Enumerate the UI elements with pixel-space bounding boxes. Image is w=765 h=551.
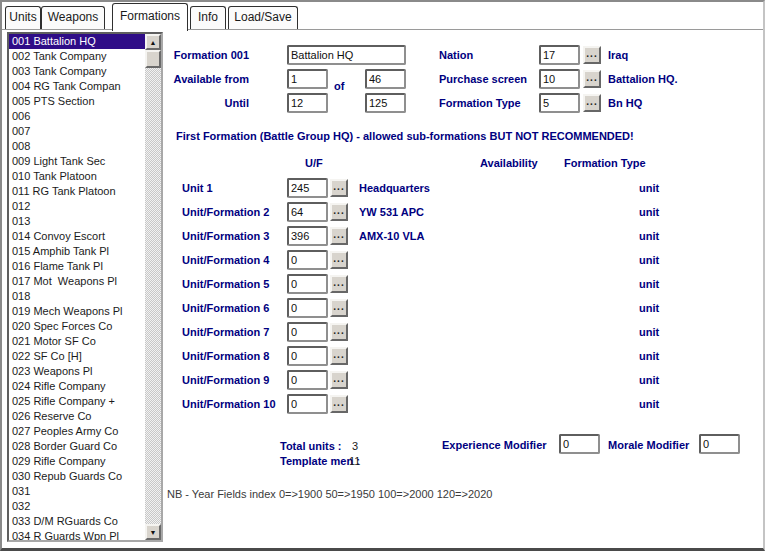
morale-modifier-input[interactable]: [699, 434, 740, 454]
unit-browse-button[interactable]: ...: [330, 203, 348, 221]
unit-browse-button[interactable]: ...: [330, 227, 348, 245]
experience-modifier-label: Experience Modifier: [442, 439, 547, 451]
tab-units[interactable]: Units: [5, 6, 41, 29]
tab-formations[interactable]: Formations: [112, 3, 188, 31]
unit-browse-button[interactable]: ...: [330, 347, 348, 365]
unit-value-input[interactable]: [287, 346, 328, 366]
unit-row: Unit/Formation 4...unit: [2, 250, 765, 274]
tab-weapons[interactable]: Weapons: [41, 6, 105, 29]
unit-value-input[interactable]: [287, 298, 328, 318]
unit-value-input[interactable]: [287, 178, 328, 198]
template-men-label: Template men :: [280, 455, 360, 467]
unit-value-input[interactable]: [287, 226, 328, 246]
unit-label: Unit/Formation 3: [182, 230, 269, 242]
unit-label: Unit/Formation 7: [182, 326, 269, 338]
unit-formation-type: unit: [639, 230, 659, 242]
unit-formation-type: unit: [639, 278, 659, 290]
unit-formation-type: unit: [639, 398, 659, 410]
unit-description: AMX-10 VLA: [359, 230, 424, 242]
unit-formation-type: unit: [639, 182, 659, 194]
unit-formation-type: unit: [639, 326, 659, 338]
unit-description: Headquarters: [359, 182, 430, 194]
unit-formation-type: unit: [639, 374, 659, 386]
tab-load-save[interactable]: Load/Save: [228, 6, 298, 29]
unit-value-input[interactable]: [287, 394, 328, 414]
tab-info[interactable]: Info: [190, 6, 226, 29]
unit-row: Unit 1...Headquartersunit: [2, 178, 765, 202]
unit-formation-type: unit: [639, 254, 659, 266]
unit-row: Unit/Formation 7...unit: [2, 322, 765, 346]
unit-description: YW 531 APC: [359, 206, 424, 218]
year-fields-note: NB - Year Fields index 0=>1900 50=>1950 …: [167, 488, 492, 500]
unit-label: Unit/Formation 10: [182, 398, 276, 410]
unit-value-input[interactable]: [287, 250, 328, 270]
unit-browse-button[interactable]: ...: [330, 275, 348, 293]
unit-formation-type: unit: [639, 302, 659, 314]
total-units-value: 3: [352, 440, 358, 452]
unit-row: Unit/Formation 10...unit: [2, 394, 765, 418]
unit-formation-type: unit: [639, 350, 659, 362]
unit-rows: Unit 1...HeadquartersunitUnit/Formation …: [2, 2, 765, 551]
template-men-value: 11: [349, 455, 360, 467]
app-window: Units Weapons Formations Info Load/Save …: [0, 0, 765, 551]
unit-browse-button[interactable]: ...: [330, 299, 348, 317]
morale-modifier-label: Morale Modifier: [608, 439, 689, 451]
unit-row: Unit/Formation 2...YW 531 APCunit: [2, 202, 765, 226]
unit-browse-button[interactable]: ...: [330, 395, 348, 413]
unit-label: Unit/Formation 6: [182, 302, 269, 314]
unit-browse-button[interactable]: ...: [330, 371, 348, 389]
unit-row: Unit/Formation 3...AMX-10 VLAunit: [2, 226, 765, 250]
unit-browse-button[interactable]: ...: [330, 179, 348, 197]
unit-browse-button[interactable]: ...: [330, 323, 348, 341]
unit-value-input[interactable]: [287, 274, 328, 294]
unit-value-input[interactable]: [287, 202, 328, 222]
unit-label: Unit/Formation 5: [182, 278, 269, 290]
unit-label: Unit/Formation 4: [182, 254, 269, 266]
total-units-label: Total units :: [280, 440, 342, 452]
unit-value-input[interactable]: [287, 322, 328, 342]
unit-label: Unit/Formation 2: [182, 206, 269, 218]
experience-modifier-input[interactable]: [559, 434, 600, 454]
unit-browse-button[interactable]: ...: [330, 251, 348, 269]
unit-label: Unit 1: [182, 182, 213, 194]
unit-row: Unit/Formation 9...unit: [2, 370, 765, 394]
unit-row: Unit/Formation 8...unit: [2, 346, 765, 370]
unit-formation-type: unit: [639, 206, 659, 218]
unit-label: Unit/Formation 9: [182, 374, 269, 386]
unit-label: Unit/Formation 8: [182, 350, 269, 362]
unit-value-input[interactable]: [287, 370, 328, 390]
unit-row: Unit/Formation 6...unit: [2, 298, 765, 322]
unit-row: Unit/Formation 5...unit: [2, 274, 765, 298]
